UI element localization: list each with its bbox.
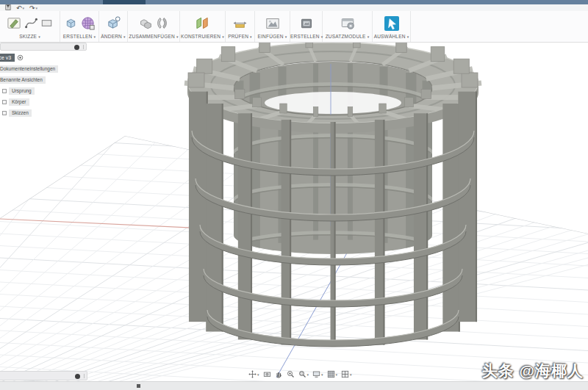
undo-button[interactable]: ↶▾ bbox=[16, 5, 24, 11]
display-settings-icon bbox=[312, 370, 320, 378]
circle-dot-icon[interactable] bbox=[17, 54, 24, 61]
expand-icon[interactable] bbox=[2, 89, 7, 93]
model-fin bbox=[238, 113, 252, 339]
zoom-icon bbox=[287, 370, 295, 378]
orbit-icon bbox=[248, 370, 257, 378]
undo-icon: ↶ bbox=[16, 5, 22, 11]
toolbar-group-erstellen[interactable]: ERSTELLEN bbox=[60, 11, 99, 42]
view-navigation-bar: ▾▾▾▾▾ bbox=[248, 369, 352, 380]
select-icon[interactable] bbox=[384, 15, 400, 32]
browser-item-skizzen[interactable]: Skizzen bbox=[0, 109, 103, 117]
construction-plane-icon[interactable] bbox=[195, 15, 210, 31]
chevron-down-icon[interactable]: ▾ bbox=[350, 372, 352, 377]
grid-settings-icon bbox=[327, 370, 335, 378]
save-icon bbox=[5, 4, 11, 12]
toolbar-group-einfügen[interactable]: EINFÜGEN bbox=[255, 11, 290, 42]
zoom-button[interactable] bbox=[287, 370, 295, 378]
toolbar-group-label[interactable]: EINFÜGEN bbox=[255, 33, 290, 42]
expand-icon[interactable] bbox=[2, 111, 7, 115]
joint-icon[interactable] bbox=[155, 16, 169, 30]
sketch-icon[interactable] bbox=[7, 15, 22, 31]
toolbar-group-label[interactable]: PRÜFEN bbox=[226, 33, 254, 42]
timeline-marker[interactable] bbox=[137, 384, 140, 388]
collapse-handle-icon[interactable] bbox=[84, 374, 85, 378]
toolbar-group-skizze[interactable]: SKIZZE bbox=[0, 11, 60, 42]
browser-header-bar[interactable] bbox=[0, 43, 87, 51]
toolbar-group-ändern[interactable]: ÄNDERN bbox=[99, 11, 128, 42]
toolbar-group-erstellen[interactable]: ERSTELLEN bbox=[290, 11, 323, 42]
fit-icon bbox=[298, 370, 306, 378]
display-settings-button[interactable]: ▾ bbox=[312, 370, 323, 378]
extrude-icon[interactable] bbox=[64, 16, 78, 30]
grid-settings-button[interactable]: ▾ bbox=[327, 370, 338, 378]
browser-item-körper[interactable]: Körper bbox=[0, 98, 103, 106]
toolbar-group-label[interactable]: ÄNDERN bbox=[99, 33, 127, 42]
model-fin bbox=[206, 104, 223, 332]
orbit-button[interactable]: ▾ bbox=[248, 370, 259, 378]
fusion360-window: ↶▾↷▾ SKIZZEERSTELLENÄNDERNZUSAMMENFÜGENK… bbox=[0, 0, 588, 390]
toolbar-group-auswählen[interactable]: AUSWÄHLEN bbox=[373, 11, 411, 42]
model-fin bbox=[414, 113, 428, 339]
record-icon[interactable] bbox=[75, 374, 80, 379]
browser-item-benannteansichten[interactable]: Benannte Ansichten bbox=[0, 76, 103, 84]
model-body[interactable] bbox=[184, 33, 481, 347]
browser-item-dokumenteneinstellungen[interactable]: Dokumenteneinstellungen bbox=[0, 65, 103, 73]
toolbar-group-zusammenfügen[interactable]: ZUSAMMENFÜGEN bbox=[128, 11, 180, 42]
chevron-down-icon[interactable]: ▾ bbox=[23, 5, 25, 11]
spline-icon[interactable] bbox=[24, 16, 38, 30]
model-fin bbox=[282, 120, 291, 345]
toolbar-group-label[interactable]: AUSWÄHLEN bbox=[373, 33, 410, 42]
browser-panel: circe v3 DokumenteneinstellungenBenannte… bbox=[0, 43, 103, 117]
viewports-button[interactable]: ▾ bbox=[341, 370, 352, 378]
add-ins-icon[interactable] bbox=[340, 16, 355, 31]
browser-item-label[interactable]: Dokumenteneinstellungen bbox=[0, 65, 58, 73]
collapse-handle-icon[interactable] bbox=[83, 45, 84, 49]
drawing-icon[interactable] bbox=[300, 17, 313, 30]
form-icon[interactable] bbox=[80, 15, 96, 31]
pan-icon bbox=[275, 370, 283, 378]
look-at-button[interactable] bbox=[263, 370, 271, 378]
timeline-strip[interactable] bbox=[0, 381, 588, 390]
redo-button[interactable]: ↷▾ bbox=[29, 5, 37, 11]
toolbar-group-zusatzmodule[interactable]: ZUSATZMODULE bbox=[323, 11, 373, 42]
toolbar-group-label[interactable]: SKIZZE bbox=[0, 33, 60, 42]
browser-item-ursprung[interactable]: Ursprung bbox=[0, 87, 103, 95]
fit-button[interactable]: ▾ bbox=[298, 370, 309, 378]
record-icon[interactable] bbox=[74, 45, 79, 50]
model-fin bbox=[189, 92, 208, 322]
chevron-down-icon[interactable]: ▾ bbox=[321, 372, 323, 377]
save-button[interactable] bbox=[5, 4, 11, 12]
toolbar-group-label[interactable]: KONSTRUIEREN bbox=[180, 33, 225, 42]
timeline-left-bar[interactable] bbox=[0, 371, 87, 380]
press-pull-icon[interactable] bbox=[106, 15, 121, 31]
browser-item-label[interactable]: Ursprung bbox=[9, 87, 35, 95]
main-toolbar: SKIZZEERSTELLENÄNDERNZUSAMMENFÜGENKONSTR… bbox=[0, 11, 588, 43]
toolbar-group-konstruieren[interactable]: KONSTRUIEREN bbox=[180, 11, 226, 42]
toolbar-group-label[interactable]: ERSTELLEN bbox=[60, 33, 98, 42]
model-fin bbox=[442, 104, 459, 332]
viewports-icon bbox=[341, 370, 349, 378]
toolbar-group-label[interactable]: ERSTELLEN bbox=[290, 33, 322, 42]
toolbar-group-label[interactable]: ZUSATZMODULE bbox=[323, 33, 372, 42]
expand-icon[interactable] bbox=[2, 100, 7, 104]
chevron-down-icon[interactable]: ▾ bbox=[336, 372, 338, 377]
browser-root-row[interactable]: circe v3 bbox=[0, 54, 103, 62]
browser-item-label[interactable]: Skizzen bbox=[9, 109, 32, 117]
quick-access-toolbar: ↶▾↷▾ bbox=[0, 4, 588, 11]
chevron-down-icon[interactable]: ▾ bbox=[257, 372, 259, 377]
toolbar-group-label[interactable]: ZUSAMMENFÜGEN bbox=[128, 33, 179, 42]
watermark: 头条 @海椰人 bbox=[482, 361, 584, 381]
document-name[interactable]: circe v3 bbox=[0, 54, 15, 62]
browser-item-label[interactable]: Benannte Ansichten bbox=[0, 76, 46, 84]
assemble-icon[interactable] bbox=[139, 16, 153, 30]
chevron-down-icon[interactable]: ▾ bbox=[36, 5, 38, 11]
measure-icon[interactable] bbox=[232, 15, 248, 31]
insert-image-icon[interactable] bbox=[265, 16, 280, 31]
look-at-icon bbox=[263, 370, 271, 378]
pan-button[interactable] bbox=[275, 370, 283, 378]
rectangle-icon[interactable] bbox=[40, 17, 53, 29]
redo-icon: ↷ bbox=[29, 5, 35, 11]
browser-item-label[interactable]: Körper bbox=[9, 98, 29, 106]
chevron-down-icon[interactable]: ▾ bbox=[307, 372, 309, 377]
toolbar-group-prüfen[interactable]: PRÜFEN bbox=[226, 11, 255, 42]
